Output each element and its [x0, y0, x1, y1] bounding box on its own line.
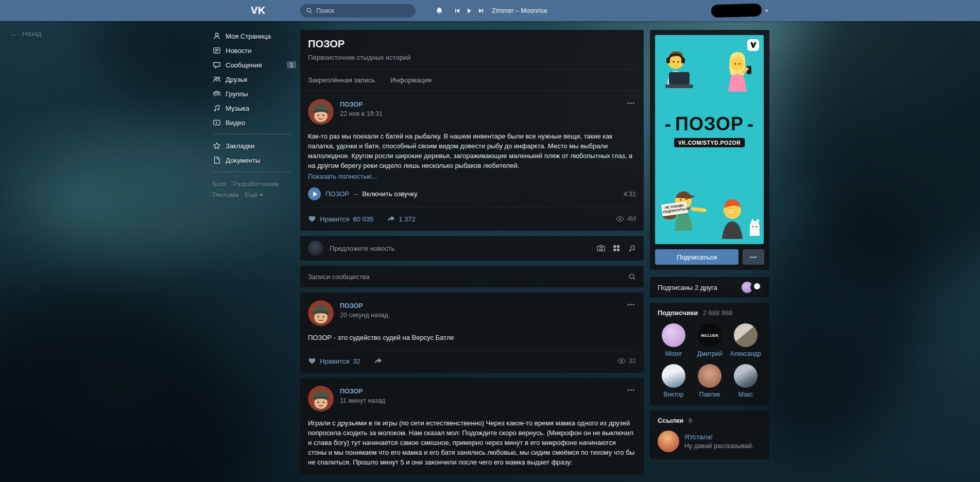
footer-link-ads[interactable]: Реклама [213, 192, 238, 199]
community-avatar[interactable] [308, 386, 334, 411]
links-panel: Ссылки 6 ЯУстала! Ну давай рассказывай. [650, 410, 769, 459]
community-banner[interactable]: ПОЗОР VK.COM/STYD.POZOR НЕ ЗАБУДЬ ПОДПИС… [655, 35, 764, 244]
wall-search-panel: Записи сообщества [300, 266, 644, 287]
community-avatar[interactable] [308, 300, 334, 326]
share-button[interactable] [374, 357, 382, 365]
news-icon [213, 46, 221, 55]
user-avatar[interactable] [308, 240, 323, 256]
post-time: 11 минут назад [340, 397, 385, 404]
sidebar-item-bookmarks[interactable]: Закладки [213, 139, 296, 153]
footer-link-blog[interactable]: Блог [213, 181, 227, 188]
like-button[interactable]: Нравится60 035 [308, 215, 373, 223]
like-button[interactable]: Нравится32 [308, 357, 360, 365]
community-more-button[interactable]: ••• [743, 249, 764, 265]
post-text: ПОЗОР - это судейство судей на Версус Ба… [308, 333, 636, 342]
footer-link-more[interactable]: Ещё ▾ [245, 192, 263, 199]
subscriber-card[interactable]: Виктор [658, 364, 690, 398]
views-counter: 4M [616, 215, 636, 223]
subscriber-card[interactable]: INCLUDE Дмитрий [694, 323, 726, 357]
sidebar-item-messages[interactable]: Сообщения 1 [213, 58, 296, 72]
post-author-link[interactable]: ПОЗОР [340, 101, 363, 108]
notifications-bell-icon[interactable] [435, 0, 443, 21]
music-icon [213, 104, 221, 112]
show-more-link[interactable]: Показать полностью... [308, 173, 377, 180]
tab-info[interactable]: Информация [390, 76, 432, 84]
audio-player: Zimmer – Moonrise [454, 0, 547, 21]
links-title[interactable]: Ссылки [658, 417, 683, 424]
eye-icon [617, 357, 626, 365]
subscriber-avatar[interactable] [662, 323, 685, 347]
attach-photo-icon[interactable] [597, 244, 605, 252]
audio-play-button[interactable] [308, 187, 321, 200]
post-time: 20 секунд назад [340, 312, 388, 319]
sidebar-item-groups[interactable]: Группы [213, 87, 296, 101]
search-icon [306, 7, 313, 14]
sidebar-footer: БлогРазработчикам РекламаЕщё ▾ [213, 179, 296, 201]
link-item[interactable]: ЯУстала! Ну давай рассказывай. [658, 431, 762, 452]
audio-attachment: ПОЗОР – Включить озвучку 4:31 [308, 187, 636, 200]
subscriber-card[interactable]: Павлик [694, 364, 726, 398]
wall-search-input[interactable]: Записи сообщества [308, 273, 370, 281]
wall-post: ПОЗОР 20 секунд назад ••• ПОЗОР - это су… [300, 292, 644, 373]
back-button[interactable]: ← Назад [10, 29, 41, 38]
links-count: 6 [689, 417, 692, 424]
subscriber-avatar[interactable] [734, 323, 758, 347]
subscribe-button[interactable]: Подписаться [655, 249, 738, 265]
topbar-search [300, 0, 416, 21]
link-avatar[interactable] [658, 431, 679, 452]
right-column: ПОЗОР VK.COM/STYD.POZOR НЕ ЗАБУДЬ ПОДПИС… [650, 30, 769, 464]
post-menu-button[interactable]: ••• [627, 387, 635, 393]
attach-audio-icon[interactable] [628, 244, 636, 252]
account-menu[interactable]: ▾ [711, 0, 768, 21]
pinned-post: ПОЗОР 22 ноя в 19:31 ••• Как-то раз мы п… [300, 91, 644, 231]
subscribers-title[interactable]: Подписчики [658, 309, 698, 317]
subscriber-avatar[interactable] [662, 364, 685, 388]
friend-avatar[interactable] [750, 282, 762, 293]
sidebar-item-news[interactable]: Новости [213, 43, 296, 58]
post-author-link[interactable]: ПОЗОР [340, 388, 363, 395]
subscriber-avatar[interactable] [734, 364, 758, 388]
subscriber-card[interactable]: Александр [730, 323, 762, 357]
tab-pinned-post[interactable]: Закреплённая запись [308, 76, 375, 84]
sidebar-item-friends[interactable]: Друзья [213, 72, 296, 87]
suggest-post-input[interactable]: Предложите новость [330, 245, 394, 252]
post-menu-button[interactable]: ••• [627, 301, 635, 307]
profile-icon [213, 32, 221, 40]
chevron-down-icon: ▾ [260, 192, 263, 199]
player-next-button[interactable] [478, 8, 484, 14]
footer-link-developers[interactable]: Разработчикам [233, 181, 279, 188]
share-button[interactable]: 1 372 [387, 215, 416, 223]
subscriber-card[interactable]: Макс [730, 364, 762, 398]
sidebar-item-music[interactable]: Музыка [213, 101, 296, 115]
subscribers-count: 2 688 988 [703, 309, 733, 317]
search-input[interactable] [316, 7, 410, 14]
attach-video-icon[interactable] [612, 244, 621, 252]
player-prev-button[interactable] [454, 8, 460, 14]
friends-subscribed-panel[interactable]: Подписаны 2 друга [650, 277, 769, 298]
sidebar-item-video[interactable]: Видео [213, 115, 296, 130]
left-sidebar: Моя Страница Новости Сообщения 1 Друзья … [213, 29, 296, 201]
friends-icon [213, 75, 221, 83]
wall-search-icon[interactable] [628, 273, 636, 281]
subscriber-avatar[interactable]: INCLUDE [698, 323, 721, 347]
post-author-link[interactable]: ПОЗОР [340, 302, 363, 309]
player-play-button[interactable] [466, 8, 472, 14]
community-avatar[interactable] [308, 99, 334, 125]
post-menu-button[interactable]: ••• [627, 100, 635, 106]
wall-post: ПОЗОР 11 минут назад ••• Играли с друзья… [300, 378, 644, 475]
sidebar-divider [213, 134, 291, 134]
topbar: VK Zimmer – Moonrise ▾ [0, 0, 980, 21]
vk-logo[interactable]: VK [251, 0, 266, 21]
eye-icon [616, 215, 624, 223]
audio-title: Включить озвучку [362, 190, 417, 198]
documents-icon [213, 156, 221, 164]
audio-duration: 4:31 [624, 191, 636, 198]
subscriber-avatar[interactable] [698, 364, 721, 388]
heart-icon [308, 215, 316, 223]
subscriber-card[interactable]: Mister [658, 323, 690, 357]
sidebar-item-my-page[interactable]: Моя Страница [213, 29, 296, 43]
sidebar-item-documents[interactable]: Документы [213, 153, 296, 167]
suggest-post-panel: Предложите новость [300, 236, 644, 261]
player-track-title[interactable]: Zimmer – Moonrise [492, 7, 547, 14]
audio-artist-link[interactable]: ПОЗОР [325, 190, 349, 198]
